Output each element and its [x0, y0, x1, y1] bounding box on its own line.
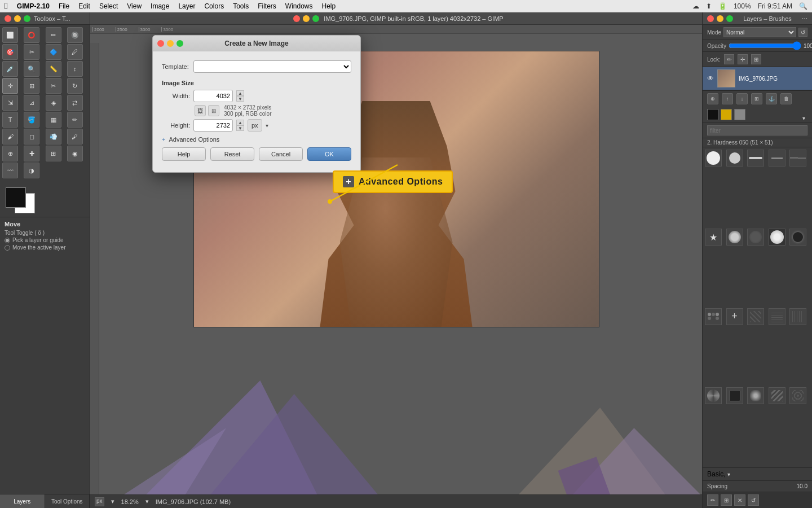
create-image-dialog[interactable]: Create a New Image Template: Image Size …	[152, 35, 361, 173]
tool-blend[interactable]: ▦	[46, 112, 61, 128]
dialog-maximize-button[interactable]	[176, 40, 183, 47]
brush-item[interactable]	[789, 229, 806, 246]
image-icon[interactable]: 🖼	[195, 105, 206, 116]
grid-icon[interactable]: ⊞	[208, 105, 219, 116]
brush-item[interactable]	[789, 387, 806, 404]
maximize-button[interactable]	[24, 15, 30, 22]
tool-foreground-select[interactable]: 🔷	[46, 44, 61, 60]
unit-dropdown-icon[interactable]: ▾	[266, 122, 268, 129]
canvas-close-button[interactable]	[293, 15, 300, 22]
right-minimize-button[interactable]	[717, 15, 723, 22]
tool-dodge-burn[interactable]: ◑	[24, 163, 39, 178]
brush-item[interactable]	[705, 308, 722, 325]
menu-tools[interactable]: Tools	[233, 2, 249, 10]
layer-item[interactable]: 👁 IMG_9706.JPG	[703, 67, 812, 90]
brush-item[interactable]	[769, 308, 785, 325]
color-swatch-gray[interactable]	[734, 109, 745, 120]
brush-item[interactable]	[726, 387, 743, 404]
delete-brush-button[interactable]: ✕	[734, 494, 745, 506]
tool-rect-select[interactable]: ⬜	[2, 27, 18, 43]
new-brush-button[interactable]: ✏	[707, 494, 718, 506]
brush-item[interactable]	[705, 387, 722, 404]
tool-flip[interactable]: ⇄	[67, 95, 83, 111]
brush-item[interactable]: +	[726, 308, 743, 325]
dialog-close-button[interactable]	[157, 40, 164, 47]
menu-windows[interactable]: Windows	[285, 2, 313, 10]
tool-clone[interactable]: ⊕	[2, 146, 18, 161]
foreground-color-swatch[interactable]	[6, 187, 26, 208]
lock-position-button[interactable]: ✛	[738, 54, 748, 64]
canvas-maximize-button[interactable]	[312, 15, 319, 22]
tool-move[interactable]: ✛	[2, 78, 18, 94]
ok-button[interactable]: OK	[307, 147, 351, 161]
color-swatch-yellow[interactable]	[721, 109, 732, 120]
width-down-button[interactable]: ▼	[236, 96, 244, 102]
dialog-minimize-button[interactable]	[167, 40, 174, 47]
tool-option-layer[interactable]: Pick a layer or guide	[5, 237, 85, 243]
new-layer-group-button[interactable]: ⊕	[707, 93, 718, 104]
lock-pixels-button[interactable]: ✏	[724, 54, 734, 64]
close-button[interactable]	[5, 15, 11, 22]
brush-item[interactable]	[747, 387, 764, 404]
duplicate-brush-button[interactable]: ⊞	[721, 494, 732, 506]
tab-layers[interactable]: Layers	[0, 494, 45, 508]
brush-item[interactable]	[769, 387, 785, 404]
mode-reset-button[interactable]: ↺	[798, 28, 807, 37]
filter-dropdown-icon[interactable]: ▾	[802, 115, 805, 121]
tab-tool-options[interactable]: Tool Options	[45, 494, 90, 508]
right-close-button[interactable]	[707, 15, 714, 22]
tool-ink[interactable]: 🖋	[67, 129, 83, 144]
tool-scissors[interactable]: ✂	[24, 44, 39, 60]
brush-item[interactable]	[747, 308, 764, 325]
mode-select[interactable]: Normal	[723, 27, 796, 37]
height-down-button[interactable]: ▼	[236, 125, 244, 131]
tool-align[interactable]: ⊞	[24, 78, 39, 94]
tool-shear[interactable]: ⊿	[24, 95, 39, 111]
width-spinner[interactable]: ▲ ▼	[236, 90, 244, 102]
tool-paths[interactable]: 🖊	[67, 44, 83, 60]
tool-eraser[interactable]: ◻	[24, 129, 39, 144]
tool-rotate[interactable]: ↻	[67, 78, 83, 94]
height-input[interactable]: 2732	[193, 119, 233, 132]
tool-blur-sharpen[interactable]: ◉	[67, 146, 83, 161]
brush-category-dropdown[interactable]: ▾	[727, 471, 730, 478]
help-button[interactable]: Help	[162, 147, 206, 161]
tool-fuzzy-select[interactable]: 🔘	[67, 27, 83, 43]
tool-pencil[interactable]: ✏	[67, 112, 83, 128]
tool-heal[interactable]: ✚	[24, 146, 39, 161]
brush-item[interactable]	[726, 229, 743, 246]
duplicate-layer-button[interactable]: ⊞	[751, 93, 762, 104]
brush-item[interactable]	[789, 308, 806, 325]
tool-ellipse-select[interactable]: ⭕	[24, 27, 39, 43]
menu-filters[interactable]: Filters	[258, 2, 276, 10]
canvas-minimize-button[interactable]	[303, 15, 310, 22]
opacity-slider[interactable]	[729, 42, 801, 49]
brush-filter-input[interactable]	[707, 125, 807, 135]
anchor-layer-button[interactable]: ⚓	[766, 93, 777, 104]
tool-color-picker[interactable]: 💉	[2, 61, 18, 77]
tool-measure[interactable]: 📏	[46, 61, 61, 77]
right-maximize-button[interactable]	[726, 15, 733, 22]
tool-perspective-clone[interactable]: ⊞	[46, 146, 61, 161]
refresh-brush-button[interactable]: ↺	[748, 494, 759, 506]
raise-layer-button[interactable]: ↑	[722, 93, 733, 104]
menu-gimp[interactable]: GIMP-2.10	[17, 2, 50, 10]
color-swatch-black[interactable]	[707, 109, 718, 120]
tool-scale[interactable]: ⇲	[2, 95, 18, 111]
menu-select[interactable]: Select	[99, 2, 118, 10]
delete-layer-button[interactable]: 🗑	[780, 93, 792, 104]
width-up-button[interactable]: ▲	[236, 90, 244, 96]
brush-item[interactable]: ★	[705, 229, 722, 246]
brush-item[interactable]	[705, 150, 722, 167]
brush-item[interactable]	[769, 229, 785, 246]
unit-button[interactable]: px	[248, 119, 262, 132]
tool-transform[interactable]: ↕	[67, 61, 83, 77]
height-up-button[interactable]: ▲	[236, 120, 244, 125]
apple-menu[interactable]: 	[5, 1, 8, 11]
tool-airbrush[interactable]: 💨	[46, 129, 61, 144]
unit-selector[interactable]: px	[95, 497, 104, 506]
search-icon[interactable]: 🔍	[799, 2, 807, 10]
tool-zoom[interactable]: 🔍	[24, 61, 39, 77]
menu-layer[interactable]: Layer	[178, 2, 195, 10]
brush-item[interactable]	[769, 150, 785, 167]
